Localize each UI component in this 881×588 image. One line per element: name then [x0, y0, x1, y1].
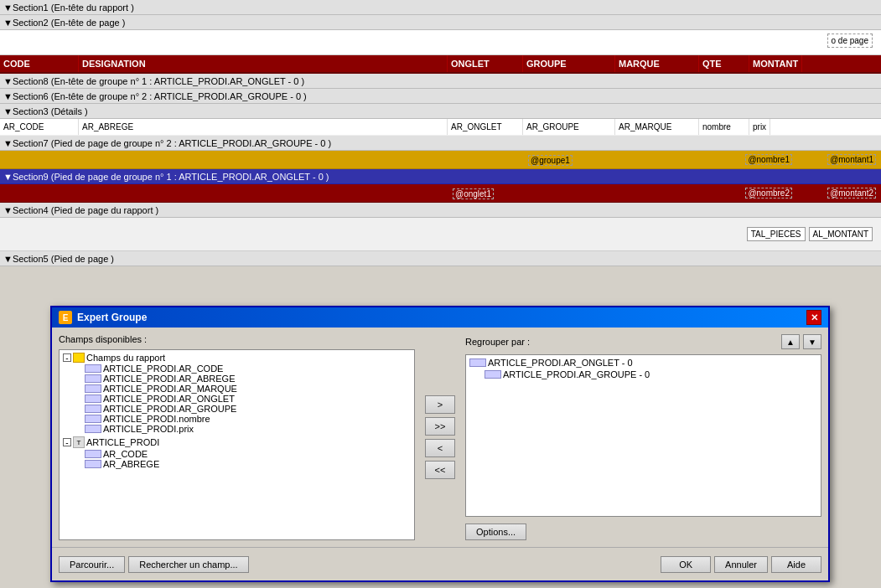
detail-nombre: nombre	[699, 119, 749, 135]
group-footer-gold-row: @groupe1 @nombre1 @montant1	[0, 151, 881, 169]
field-icon	[85, 395, 101, 403]
onglet1-value: @onglet1	[448, 188, 473, 199]
section3-header[interactable]: ▼ Section3 (Détails )	[0, 104, 881, 119]
modal-icon: E	[59, 311, 72, 324]
field-icon	[85, 450, 101, 458]
bottom-right-buttons: OK Annuler Aide	[661, 556, 821, 573]
field-icon	[85, 384, 101, 393]
detail-ar-groupe: AR_GROUPE	[523, 119, 615, 135]
section5-header[interactable]: ▼ Section5 (Pied de page )	[0, 251, 881, 266]
field-icon	[85, 415, 101, 423]
group-item-groupe[interactable]: ARTICLE_PRODI.AR_GROUPE - 0	[468, 369, 819, 380]
tree-item-nombre[interactable]: ARTICLE_PRODI.nombre	[61, 414, 412, 424]
tree-item-ar-onglet[interactable]: ARTICLE_PRODI.AR_ONGLET	[61, 394, 412, 404]
al-montant: AL_MONTANT	[809, 227, 873, 241]
folder-icon	[73, 353, 85, 363]
group-footer-darkred-row: @onglet1 @nombre2 @montant2	[0, 184, 881, 203]
section1-label: Section1 (En-tête du rapport )	[13, 3, 134, 13]
page-number: o de page	[827, 34, 873, 48]
tree-item-ar-groupe[interactable]: ARTICLE_PRODI.AR_GROUPE	[61, 404, 412, 414]
group-item-onglet[interactable]: ARTICLE_PRODI.AR_ONGLET - 0	[468, 357, 819, 369]
group-field-icon	[469, 358, 486, 367]
field-icon	[85, 460, 101, 468]
section9-label: Section9 (Pied de page de groupe n° 1 : …	[13, 172, 329, 182]
section4-header[interactable]: ▼ Section4 (Pied de page du rapport )	[0, 203, 881, 218]
section2-header[interactable]: ▼ Section2 (En-tête de page )	[0, 15, 881, 30]
section5-label: Section5 (Pied de page )	[13, 254, 114, 264]
field-icon	[85, 374, 101, 383]
modal-right-panel: Regrouper par : ▲ ▼ ARTICLE_PRODI.AR_ONG…	[465, 334, 821, 540]
remove-all-button[interactable]: <<	[425, 461, 455, 479]
fields-tree[interactable]: - Champs du rapport ARTICLE_PRODI.AR_COD…	[59, 349, 415, 540]
tree-item-ar-code[interactable]: ARTICLE_PRODI.AR_CODE	[61, 364, 412, 374]
right-panel-label: Regrouper par :	[465, 337, 530, 347]
ok-button[interactable]: OK	[661, 556, 711, 573]
detail-ar-abrege: AR_ABREGE	[79, 119, 448, 135]
section8-header[interactable]: ▼ Section8 (En-tête de groupe n° 1 : ART…	[0, 74, 881, 89]
section7-label: Section7 (Pied de page de groupe n° 2 : …	[13, 138, 331, 148]
section3-label: Section3 (Détails )	[13, 106, 88, 116]
search-field-button[interactable]: Rechercher un champ...	[128, 556, 248, 573]
col-groupe: GROUPE	[523, 55, 615, 72]
col-qte: QTE	[699, 55, 749, 72]
col-marque: MARQUE	[615, 55, 699, 72]
detail-ar-code: AR_CODE	[0, 119, 79, 135]
detail-ar-marque: AR_MARQUE	[615, 119, 699, 135]
bottom-left-buttons: Parcourir... Rechercher un champ...	[59, 556, 249, 573]
remove-one-button[interactable]: <	[425, 439, 455, 457]
field-icon	[85, 364, 101, 373]
col-designation: DESIGNATION	[79, 55, 448, 72]
options-button[interactable]: Options...	[465, 524, 526, 540]
section9-header[interactable]: ▼ Section9 (Pied de page de groupe n° 1 …	[0, 169, 881, 184]
montant2-value: @montant2	[797, 188, 881, 199]
tree-root-label: Champs du rapport	[86, 353, 165, 363]
tree-table-ar-abrege[interactable]: AR_ABREGE	[61, 459, 412, 469]
section6-header[interactable]: ▼ Section6 (En-tête de groupe n° 2 : ART…	[0, 89, 881, 104]
expert-groupe-dialog: E Expert Groupe ✕ Champs disponibles : -…	[50, 306, 830, 582]
report-footer-row: TAL_PIECES AL_MONTANT	[0, 218, 881, 251]
detail-ar-onglet: AR_ONGLET	[448, 119, 523, 135]
help-button[interactable]: Aide	[771, 556, 821, 573]
left-panel-label: Champs disponibles :	[59, 334, 415, 344]
section1-arrow: ▼	[3, 3, 13, 13]
sort-up-button[interactable]: ▲	[781, 334, 800, 349]
tree-root-folder[interactable]: - Champs du rapport	[61, 352, 412, 364]
group-field-icon	[485, 370, 501, 379]
groupe1-value: @groupe1	[523, 155, 565, 165]
cancel-button[interactable]: Annuler	[714, 556, 768, 573]
section7-header[interactable]: ▼ Section7 (Pied de page de groupe n° 2 …	[0, 136, 881, 151]
add-all-button[interactable]: >>	[425, 417, 455, 436]
modal-left-panel: Champs disponibles : - Champs du rapport…	[59, 334, 415, 540]
tree-table-folder[interactable]: - T ARTICLE_PRODI	[61, 436, 412, 449]
col-onglet: ONGLET	[448, 55, 523, 72]
section6-label: Section6 (En-tête de groupe n° 2 : ARTIC…	[13, 91, 307, 101]
section2-arrow: ▼	[3, 18, 13, 28]
tree-table-ar-code[interactable]: AR_CODE	[61, 449, 412, 459]
transfer-buttons-panel: > >> < <<	[422, 334, 459, 540]
tree-collapse-icon[interactable]: -	[63, 353, 71, 362]
sort-arrows-panel: ▲ ▼	[781, 334, 821, 349]
tree-table-collapse-icon[interactable]: -	[63, 438, 71, 446]
group-by-list[interactable]: ARTICLE_PRODI.AR_ONGLET - 0 ARTICLE_PROD…	[465, 354, 821, 517]
section1-header[interactable]: ▼ Section1 (En-tête du rapport )	[0, 0, 881, 15]
modal-bottom-bar: Parcourir... Rechercher un champ... OK A…	[52, 547, 828, 580]
options-area: Options...	[465, 524, 821, 540]
modal-close-button[interactable]: ✕	[806, 310, 821, 325]
col-montant: MONTANT	[749, 55, 802, 72]
add-one-button[interactable]: >	[425, 395, 455, 414]
detail-prix: prix	[749, 119, 770, 135]
section8-label: Section8 (En-tête de groupe n° 1 : ARTIC…	[13, 76, 304, 86]
tree-table-label: ARTICLE_PRODI	[86, 437, 159, 447]
tree-item-ar-marque[interactable]: ARTICLE_PRODI.AR_MARQUE	[61, 384, 412, 394]
modal-body: Champs disponibles : - Champs du rapport…	[52, 328, 828, 547]
sort-down-button[interactable]: ▼	[803, 334, 821, 349]
report-area: ▼ Section1 (En-tête du rapport ) ▼ Secti…	[0, 0, 881, 266]
tree-item-ar-abrege[interactable]: ARTICLE_PRODI.AR_ABREGE	[61, 374, 412, 384]
al-pieces: TAL_PIECES	[747, 227, 806, 241]
montant1-value: @montant1	[797, 154, 881, 165]
tree-item-prix[interactable]: ARTICLE_PRODI.prix	[61, 424, 412, 434]
browse-button[interactable]: Parcourir...	[59, 556, 125, 573]
field-icon	[85, 425, 101, 433]
section2-label: Section2 (En-tête de page )	[13, 18, 126, 28]
field-icon	[85, 405, 101, 413]
